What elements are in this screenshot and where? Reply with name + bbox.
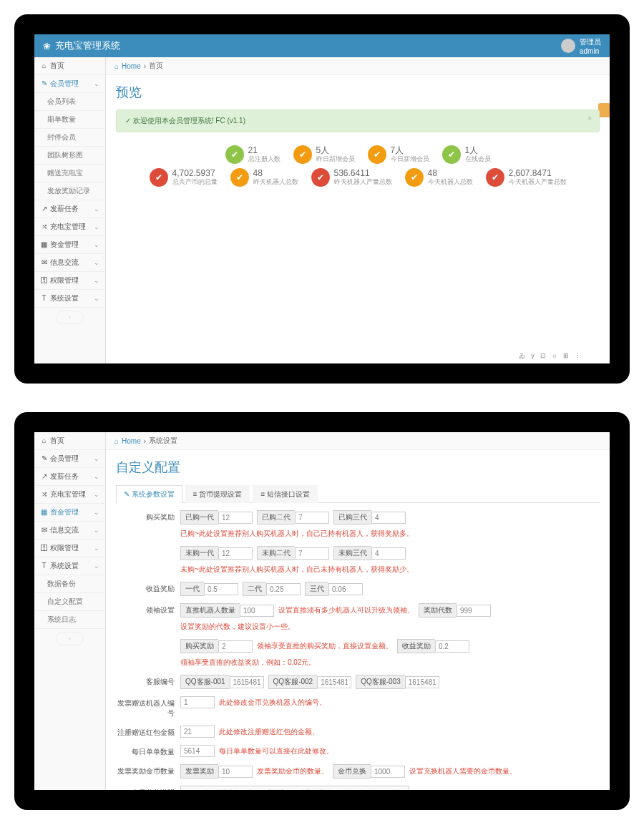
text-input[interactable] <box>266 583 301 595</box>
input-group: QQ客服-002 <box>268 675 352 689</box>
sidebar-item[interactable]: T系统设置⌄ <box>34 290 105 308</box>
stat-card: ✔7人今日新增会员 <box>368 145 429 164</box>
stats-row-2: ✔4,702.5937总共产币的总量✔48昨天机器人总数✔536.6411昨天机… <box>150 168 567 187</box>
sidebar-item[interactable]: ⚿权限管理⌄ <box>34 540 105 557</box>
sidebar-subitem[interactable]: 自定义配置 <box>34 593 105 611</box>
text-input[interactable] <box>230 676 264 688</box>
input-group: 未购二代 <box>257 546 329 560</box>
hint-text: 此处修改注册赠送红包的金额。 <box>219 727 319 737</box>
stat-icon: ✔ <box>442 145 461 164</box>
sidebar-item[interactable]: ▦资金管理⌄ <box>34 504 105 522</box>
input-group: QQ客服-001 <box>180 675 264 689</box>
text-input[interactable] <box>218 640 253 653</box>
form-row: 购买奖励已购一代已购二代已购三代已购~此处设置推荐别人购买机器人时，自己已持有机… <box>116 510 600 539</box>
hint-text: 设置充换机器人需要的金币数量。 <box>409 766 517 776</box>
text-input[interactable] <box>371 547 406 560</box>
text-input[interactable] <box>317 676 351 688</box>
stat-value: 5人 <box>316 146 355 155</box>
user-menu[interactable]: 管理员 admin <box>561 37 601 55</box>
menu-icon: ⌂ <box>40 62 48 69</box>
sidebar-subitem[interactable]: 数据备份 <box>34 575 105 593</box>
stat-icon: ✔ <box>150 168 168 187</box>
sidebar-item[interactable]: ⌂首页 <box>34 432 105 450</box>
sidebar-item[interactable]: ▦资金管理⌄ <box>34 236 105 254</box>
input-group: 未购三代 <box>333 546 406 560</box>
tab[interactable]: ✎ 系统参数设置 <box>116 485 182 503</box>
stat-label: 总共产币的总量 <box>172 179 218 186</box>
text-input[interactable] <box>371 512 406 524</box>
text-input[interactable] <box>405 676 439 688</box>
form-row: 发票赠送机器人编号此处修改金币兑换机器人的编号。 <box>116 696 600 718</box>
stat-icon: ✔ <box>311 168 330 187</box>
text-input[interactable] <box>180 726 215 738</box>
text-input[interactable] <box>218 512 253 524</box>
text-input[interactable] <box>328 583 363 595</box>
hint-text: 此处修改金币兑换机器人的编号。 <box>219 698 326 708</box>
sidebar-item[interactable]: ↗发薪任务⌄ <box>34 468 105 486</box>
text-input[interactable] <box>240 605 274 617</box>
close-icon[interactable]: × <box>587 114 592 122</box>
input-group: 发票奖励 <box>180 764 253 778</box>
breadcrumb: ⌂ Home › 首页 <box>106 57 610 75</box>
chevron-down-icon: ⌄ <box>94 491 99 498</box>
sidebar-subitem[interactable]: 封停会员 <box>34 129 105 147</box>
sidebar-item[interactable]: ✎会员管理⌄ <box>34 75 105 93</box>
sidebar-item[interactable]: ✉信息交流⌄ <box>34 522 105 540</box>
sidebar-collapse[interactable]: ‹ <box>56 632 84 645</box>
menu-icon: ⤭ <box>40 223 48 230</box>
chevron-down-icon: ⌄ <box>94 241 99 248</box>
sidebar-subitem[interactable]: 赠送充电宝 <box>34 165 105 182</box>
hint-text: 设置奖励的代数，建议设置小一些。 <box>180 622 295 632</box>
user-role: 管理员 <box>580 37 601 47</box>
taskbar: ゐу⊡☼⊞⋮ <box>54 348 590 363</box>
text-input[interactable] <box>218 547 253 560</box>
text-input[interactable] <box>218 766 253 778</box>
form-area: 购买奖励已购一代已购二代已购三代已购~此处设置推荐别人购买机器人时，自己已持有机… <box>106 510 610 790</box>
sidebar-subitem[interactable]: 系统日志 <box>34 611 105 629</box>
sidebar-subitem[interactable]: 发放奖励记录 <box>34 182 105 200</box>
form-label: 收益奖励 <box>116 582 175 594</box>
tab[interactable]: ≡ 货币提现设置 <box>185 485 250 503</box>
sidebar-item[interactable]: ⤭充电宝管理⌄ <box>34 486 105 504</box>
input-prefix: QQ客服-003 <box>356 675 405 689</box>
hint-text: 领袖享受直推的收益奖励，例如：0.02元。 <box>180 658 316 668</box>
menu-icon: ✎ <box>40 454 48 462</box>
sidebar-item[interactable]: T系统设置⌄ <box>34 557 105 575</box>
side-badge[interactable] <box>598 103 610 117</box>
form-label: 今日单单说明 <box>116 786 175 790</box>
breadcrumb-home[interactable]: Home <box>122 62 141 70</box>
sidebar-item[interactable]: ✉信息交流⌄ <box>34 254 105 272</box>
sidebar-subitem[interactable]: 期单数量 <box>34 111 105 129</box>
sidebar-item[interactable]: ⌂首页 <box>34 57 105 75</box>
sidebar-item[interactable]: ⤭充电宝管理⌄ <box>34 218 105 236</box>
chevron-down-icon: ⌄ <box>94 527 99 534</box>
tab[interactable]: ≡ 短信接口设置 <box>253 485 318 503</box>
input-group: 金币兑换 <box>333 764 405 778</box>
text-input[interactable] <box>295 512 329 524</box>
form-label: 购买奖励 <box>116 510 175 522</box>
text-input[interactable] <box>371 766 405 778</box>
text-input[interactable] <box>295 547 329 560</box>
chevron-down-icon: ⌄ <box>94 295 99 302</box>
chevron-down-icon: ⌄ <box>94 259 99 266</box>
text-input[interactable] <box>457 605 491 617</box>
stat-label: 昨天机器人总数 <box>253 179 298 186</box>
sidebar-subitem[interactable]: 会员列表 <box>34 93 105 111</box>
hint-text: 发票奖励金币的数量。 <box>257 766 328 776</box>
sidebar-item[interactable]: ✎会员管理⌄ <box>34 450 105 468</box>
text-input[interactable] <box>180 696 215 708</box>
input-group: 已购一代 <box>180 510 253 524</box>
sidebar-item[interactable]: ↗发薪任务⌄ <box>34 200 105 218</box>
page-title: 自定义配置 <box>106 450 610 484</box>
breadcrumb-home[interactable]: Home <box>122 437 141 445</box>
input-prefix: 购买奖励 <box>180 639 218 653</box>
text-input[interactable] <box>180 745 215 757</box>
text-input[interactable] <box>435 640 469 653</box>
stat-value: 21 <box>248 146 280 155</box>
sidebar-collapse[interactable]: ‹ <box>56 311 84 324</box>
input-group: 直推机器人数量 <box>180 603 274 618</box>
sidebar-subitem[interactable]: 团队树形图 <box>34 147 105 165</box>
text-input[interactable] <box>204 583 238 595</box>
sidebar-item[interactable]: ⚿权限管理⌄ <box>34 272 105 290</box>
textarea[interactable]: 公司是武汉的共享场，主要经营城品牌，成品优势外，钢筋是武汉的多次攻占我们用户，它… <box>180 786 409 790</box>
